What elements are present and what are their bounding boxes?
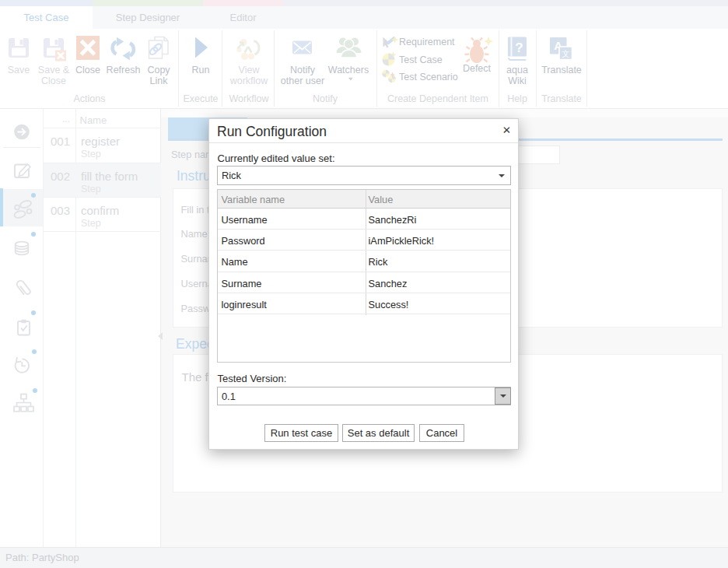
svg-text:?: ? <box>515 40 523 55</box>
svg-text:文: 文 <box>562 49 570 58</box>
